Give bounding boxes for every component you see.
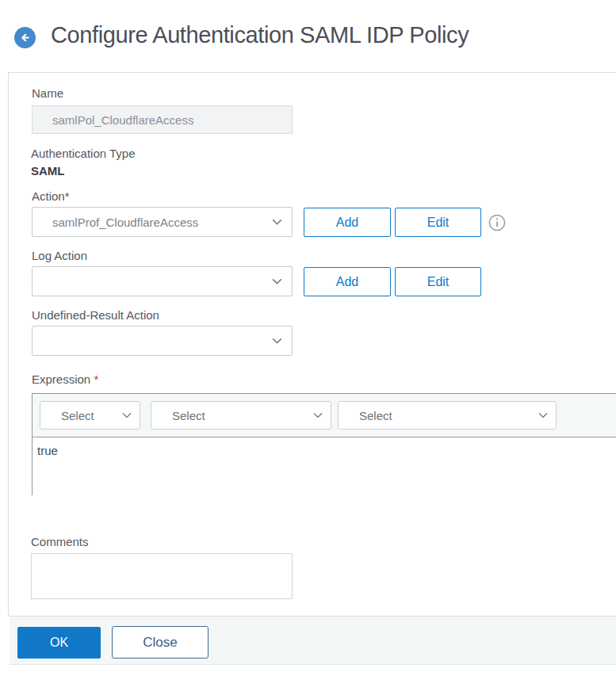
expression-select-1-value: Select — [61, 409, 94, 422]
chevron-down-icon — [270, 275, 284, 288]
expression-label: Expression * — [32, 372, 98, 386]
configure-saml-idp-policy-page: Configure Authentication SAML IDP Policy… — [0, 0, 616, 695]
expression-select-2[interactable]: Select — [151, 401, 331, 430]
authentication-type-value: SAML — [31, 164, 65, 178]
info-icon[interactable] — [488, 214, 506, 231]
comments-label: Comments — [31, 535, 89, 548]
chevron-down-icon — [537, 409, 549, 422]
chevron-down-icon — [312, 409, 324, 422]
expression-select-2-value: Select — [172, 409, 205, 422]
back-button[interactable] — [14, 27, 36, 48]
chevron-down-icon — [121, 409, 133, 422]
close-button[interactable]: Close — [112, 626, 209, 659]
action-select-value: samlProf_CloudflareAccess — [52, 216, 198, 229]
expression-select-1[interactable]: Select — [40, 401, 140, 430]
expression-selects-bar: Select Select Select — [33, 394, 616, 437]
chevron-down-icon — [270, 216, 284, 229]
page-title: Configure Authentication SAML IDP Policy — [51, 22, 469, 48]
log-action-select[interactable] — [32, 266, 293, 296]
log-action-label: Log Action — [32, 249, 87, 262]
name-label: Name — [32, 86, 63, 100]
ok-button[interactable]: OK — [17, 627, 101, 659]
log-action-add-button[interactable]: Add — [304, 267, 391, 296]
undefined-result-action-select[interactable] — [32, 326, 293, 356]
action-edit-button[interactable]: Edit — [395, 208, 481, 237]
arrow-left-icon — [18, 31, 32, 44]
action-select[interactable]: samlProf_CloudflareAccess — [32, 207, 293, 237]
action-label: Action* — [32, 189, 70, 203]
expression-required-mark: * — [94, 372, 98, 386]
expression-label-text: Expression — [32, 372, 90, 386]
expression-input[interactable]: true — [33, 438, 616, 495]
expression-select-3[interactable]: Select — [338, 401, 557, 430]
chevron-down-icon — [270, 334, 284, 348]
expression-select-3-value: Select — [359, 409, 392, 422]
comments-input[interactable] — [31, 553, 293, 599]
name-input — [32, 105, 293, 134]
footer-action-bar: OK Close — [10, 616, 616, 665]
authentication-type-label: Authentication Type — [31, 147, 135, 160]
action-add-button[interactable]: Add — [304, 208, 391, 237]
undefined-result-action-label: Undefined-Result Action — [32, 308, 159, 322]
log-action-edit-button[interactable]: Edit — [395, 267, 481, 296]
expression-builder: Select Select Select — [32, 393, 616, 495]
